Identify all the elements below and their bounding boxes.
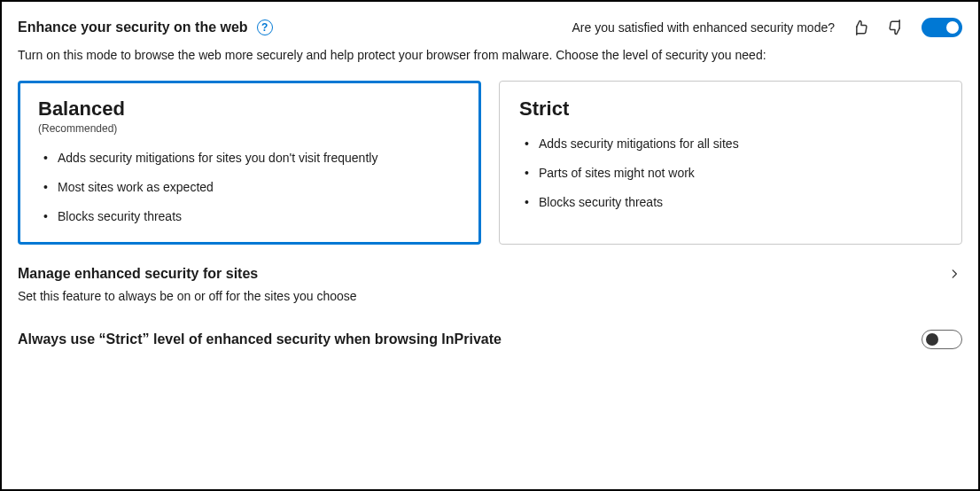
header-row: Enhance your security on the web ? Are y… bbox=[18, 18, 962, 37]
always-strict-row: Always use “Strict” level of enhanced se… bbox=[18, 324, 962, 349]
list-item: Blocks security threats bbox=[519, 193, 942, 212]
enhanced-security-toggle[interactable] bbox=[922, 18, 962, 37]
card-bullet-list: Adds security mitigations for sites you … bbox=[38, 149, 461, 226]
always-strict-toggle[interactable] bbox=[922, 330, 962, 349]
section-title: Enhance your security on the web bbox=[18, 19, 248, 35]
toggle-knob bbox=[926, 333, 938, 346]
list-item: Blocks security threats bbox=[38, 207, 461, 226]
card-bullet-list: Adds security mitigations for all sites … bbox=[519, 135, 942, 212]
balanced-card[interactable]: Balanced (Recommended) Adds security mit… bbox=[18, 81, 481, 245]
card-title: Balanced bbox=[38, 97, 461, 121]
security-settings-panel: Enhance your security on the web ? Are y… bbox=[0, 0, 980, 491]
chevron-right-icon bbox=[946, 266, 962, 282]
list-item: Parts of sites might not work bbox=[519, 164, 942, 183]
list-item: Most sites work as expected bbox=[38, 178, 461, 197]
manage-sites-row[interactable]: Manage enhanced security for sites bbox=[18, 264, 962, 285]
list-item: Adds security mitigations for all sites bbox=[519, 135, 942, 153]
card-subtitle: (Recommended) bbox=[38, 122, 461, 135]
section-description: Turn on this mode to browse the web more… bbox=[18, 46, 962, 65]
card-title: Strict bbox=[519, 97, 942, 121]
strict-card[interactable]: Strict Adds security mitigations for all… bbox=[499, 81, 962, 245]
feedback-question: Are you satisfied with enhanced security… bbox=[572, 20, 836, 35]
toggle-knob bbox=[946, 21, 959, 34]
always-strict-title: Always use “Strict” level of enhanced se… bbox=[18, 331, 502, 347]
list-item: Adds security mitigations for sites you … bbox=[38, 149, 461, 168]
security-level-cards: Balanced (Recommended) Adds security mit… bbox=[18, 81, 962, 245]
header-right: Are you satisfied with enhanced security… bbox=[572, 18, 963, 37]
manage-sites-title: Manage enhanced security for sites bbox=[18, 266, 258, 282]
help-icon[interactable]: ? bbox=[257, 19, 273, 35]
header-left: Enhance your security on the web ? bbox=[18, 19, 273, 35]
manage-sites-description: Set this feature to always be on or off … bbox=[18, 289, 962, 303]
thumbs-down-icon[interactable] bbox=[886, 18, 906, 37]
thumbs-up-icon[interactable] bbox=[851, 18, 870, 37]
